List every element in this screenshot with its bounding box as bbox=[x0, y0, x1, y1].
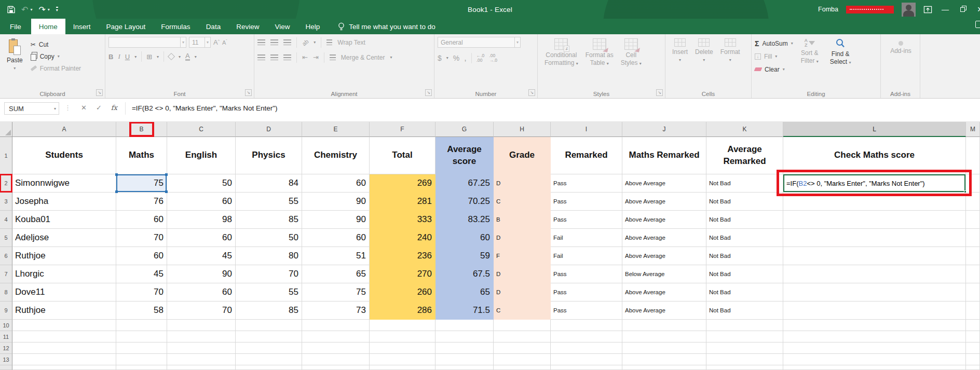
copy-button[interactable]: Copy ▾ bbox=[31, 51, 81, 62]
cell-j11[interactable] bbox=[622, 331, 706, 342]
header-cell-i1[interactable]: Remarked bbox=[551, 137, 622, 174]
cell-j13[interactable] bbox=[622, 354, 706, 365]
cell-k6[interactable]: Not Bad bbox=[706, 247, 783, 265]
cell-i8[interactable]: Pass bbox=[551, 283, 622, 302]
header-cell-a1[interactable]: Students bbox=[12, 137, 116, 174]
cell-c5[interactable]: 60 bbox=[167, 229, 236, 247]
cell-d13[interactable] bbox=[236, 354, 302, 365]
column-header-h[interactable]: H bbox=[494, 122, 551, 137]
cell-i5[interactable]: Fail bbox=[551, 229, 622, 247]
cell-l4[interactable] bbox=[783, 211, 966, 229]
redo-icon[interactable]: ↷ bbox=[38, 5, 45, 15]
cell-f2[interactable]: 269 bbox=[370, 174, 435, 193]
cell-i9[interactable]: Pass bbox=[551, 302, 622, 320]
cell-g5[interactable]: 60 bbox=[435, 229, 494, 247]
cell-c8[interactable]: 60 bbox=[167, 283, 236, 302]
cell-d5[interactable]: 50 bbox=[236, 229, 302, 247]
row-header-2[interactable]: 2 bbox=[0, 174, 12, 193]
ribbon-display-options-icon[interactable] bbox=[923, 5, 932, 14]
cell-h6[interactable]: F bbox=[494, 247, 551, 265]
autosum-button[interactable]: Σ AutoSum ▾ bbox=[755, 38, 793, 49]
cell-b8[interactable]: 70 bbox=[116, 283, 167, 302]
cell-f9[interactable]: 286 bbox=[370, 302, 435, 320]
cell-b6[interactable]: 60 bbox=[116, 247, 167, 265]
tab-formulas[interactable]: Formulas bbox=[153, 19, 198, 34]
cell-ix[interactable] bbox=[551, 365, 622, 370]
cell-m2[interactable] bbox=[966, 174, 980, 193]
cell-g9[interactable]: 71.5 bbox=[435, 302, 494, 320]
column-header-f[interactable]: F bbox=[370, 122, 435, 137]
cell-a8[interactable]: Dove11 bbox=[12, 283, 116, 302]
cell-lx[interactable] bbox=[783, 365, 966, 370]
cell-d4[interactable]: 85 bbox=[236, 211, 302, 229]
cell-h10[interactable] bbox=[494, 320, 551, 331]
cell-e7[interactable]: 65 bbox=[302, 265, 370, 283]
conditional-formatting-button[interactable]: ≠ ConditionalFormatting ▾ bbox=[541, 37, 582, 68]
row-header-8[interactable]: 8 bbox=[0, 283, 12, 302]
cell-a5[interactable]: Adeljose bbox=[12, 229, 116, 247]
header-cell-f1[interactable]: Total bbox=[370, 137, 435, 174]
cell-a12[interactable] bbox=[12, 342, 116, 354]
tell-me-box[interactable]: Tell me what you want to do bbox=[338, 19, 435, 34]
column-header-a[interactable]: A bbox=[12, 122, 116, 137]
cell-a6[interactable]: Ruthjoe bbox=[12, 247, 116, 265]
cell-h13[interactable] bbox=[494, 354, 551, 365]
tab-help[interactable]: Help bbox=[297, 19, 328, 34]
cell-g13[interactable] bbox=[435, 354, 494, 365]
cell-h9[interactable]: C bbox=[494, 302, 551, 320]
cell-k13[interactable] bbox=[706, 354, 783, 365]
cell-l7[interactable] bbox=[783, 265, 966, 283]
cell-k8[interactable]: Not Bad bbox=[706, 283, 783, 302]
cell-a4[interactable]: Kouba01 bbox=[12, 211, 116, 229]
cell-c2[interactable]: 50 bbox=[167, 174, 236, 193]
cell-g8[interactable]: 65 bbox=[435, 283, 494, 302]
cell-j5[interactable]: Above Average bbox=[622, 229, 706, 247]
cell-b10[interactable] bbox=[116, 320, 167, 331]
header-cell-c1[interactable]: English bbox=[167, 137, 236, 174]
align-bottom-icon[interactable] bbox=[283, 39, 291, 45]
cell-b7[interactable]: 45 bbox=[116, 265, 167, 283]
cell-dx[interactable] bbox=[236, 365, 302, 370]
percent-style-icon[interactable]: % bbox=[453, 54, 459, 62]
account-name[interactable]: Fomba bbox=[818, 6, 838, 13]
cell-e8[interactable]: 75 bbox=[302, 283, 370, 302]
cell-b11[interactable] bbox=[116, 331, 167, 342]
chevron-down-icon[interactable]: ▾ bbox=[314, 40, 316, 45]
cell-g7[interactable]: 67.5 bbox=[435, 265, 494, 283]
cell-m5[interactable] bbox=[966, 229, 980, 247]
row-header-1[interactable]: 1 bbox=[0, 137, 12, 174]
row-header-9[interactable]: 9 bbox=[0, 302, 12, 320]
row-header-3[interactable]: 3 bbox=[0, 193, 12, 211]
row-header-5[interactable]: 5 bbox=[0, 229, 12, 247]
cell-f6[interactable]: 236 bbox=[370, 247, 435, 265]
cell-a3[interactable]: Josepha bbox=[12, 193, 116, 211]
cell-i13[interactable] bbox=[551, 354, 622, 365]
confirm-entry-button[interactable]: ✓ bbox=[96, 104, 102, 112]
cell-m13[interactable] bbox=[966, 354, 980, 365]
column-header-m[interactable]: M bbox=[966, 122, 980, 137]
format-as-table-button[interactable]: Format asTable ▾ bbox=[582, 37, 617, 68]
column-header-l[interactable]: L bbox=[783, 122, 966, 137]
cell-f4[interactable]: 333 bbox=[370, 211, 435, 229]
row-header-4[interactable]: 4 bbox=[0, 211, 12, 229]
cell-fx[interactable] bbox=[370, 365, 435, 370]
cell-j8[interactable]: Above Average bbox=[622, 283, 706, 302]
font-color-icon[interactable]: A bbox=[185, 53, 190, 61]
restore-button[interactable] bbox=[958, 0, 969, 19]
row-header-13[interactable]: 13 bbox=[0, 354, 12, 365]
row-header-6[interactable]: 6 bbox=[0, 247, 12, 265]
column-header-j[interactable]: J bbox=[622, 122, 706, 137]
cell-j12[interactable] bbox=[622, 342, 706, 354]
cancel-entry-button[interactable]: ✕ bbox=[81, 104, 87, 112]
cell-b2[interactable]: 75 bbox=[116, 174, 167, 193]
cell-b5[interactable]: 70 bbox=[116, 229, 167, 247]
merge-center-button[interactable]: Merge & Center bbox=[341, 54, 385, 61]
format-painter-button[interactable]: Format Painter bbox=[31, 63, 81, 74]
cell-b13[interactable] bbox=[116, 354, 167, 365]
align-left-icon[interactable] bbox=[257, 54, 265, 60]
avatar[interactable] bbox=[902, 3, 916, 17]
cell-b9[interactable]: 58 bbox=[116, 302, 167, 320]
cell-h2[interactable]: D bbox=[494, 174, 551, 193]
bold-button[interactable]: B bbox=[108, 53, 113, 61]
cell-g6[interactable]: 59 bbox=[435, 247, 494, 265]
